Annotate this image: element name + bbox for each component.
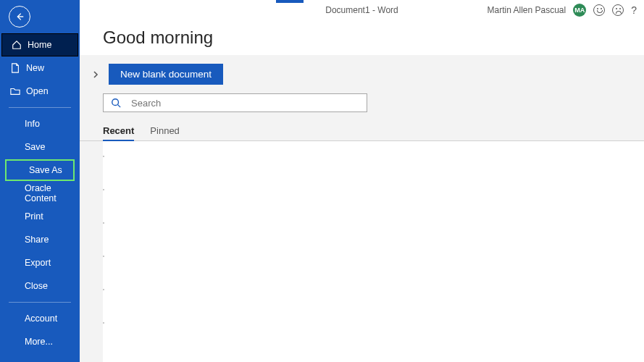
user-name[interactable]: Martin Allen Pascual (487, 5, 566, 15)
feedback-sad-icon[interactable] (612, 4, 624, 16)
sidebar-item-new[interactable]: New (0, 56, 80, 80)
sidebar-item-label: Save (25, 142, 46, 152)
sidebar-item-label: New (26, 63, 44, 73)
sidebar-item-label: Export (25, 258, 51, 268)
sidebar-item-label: Oracle Content (25, 183, 80, 203)
page-title: Good morning (80, 17, 644, 55)
sidebar-primary-nav: Home New Open (0, 33, 80, 103)
sidebar-item-label: Save As (29, 165, 62, 175)
window-title: Document1 - Word (325, 5, 398, 15)
sidebar-item-print[interactable]: Print (0, 205, 80, 228)
open-folder-icon (10, 86, 20, 96)
sidebar-item-more[interactable]: More... (0, 330, 80, 353)
sidebar-secondary-nav: Info Save Save As Oracle Content Print S… (0, 112, 80, 298)
sidebar-item-open[interactable]: Open (0, 80, 80, 103)
new-doc-icon (10, 63, 20, 73)
backstage-sidebar: Home New Open Info Save Save As Oracle (0, 0, 80, 362)
sidebar-item-label: Home (28, 40, 51, 50)
sidebar-item-label: Info (25, 119, 40, 129)
help-icon[interactable]: ? (631, 4, 637, 16)
list-tabs: Recent Pinned (80, 122, 644, 141)
sidebar-footer-nav: Account More... (0, 307, 80, 353)
expand-new-chevron[interactable] (88, 67, 103, 82)
sidebar-item-label: More... (25, 337, 53, 347)
recent-documents-list (103, 141, 644, 362)
sidebar-item-close[interactable]: Close (0, 274, 80, 298)
sidebar-item-label: Close (25, 281, 48, 291)
avatar[interactable]: MA (573, 4, 586, 17)
tab-pinned[interactable]: Pinned (150, 122, 179, 140)
list-gutter (103, 156, 106, 362)
sidebar-item-save-as[interactable]: Save As (4, 159, 75, 182)
sidebar-item-save[interactable]: Save (0, 135, 80, 159)
sidebar-item-share[interactable]: Share (0, 228, 80, 251)
search-section (80, 93, 644, 122)
sidebar-separator (9, 107, 71, 108)
search-icon (111, 98, 121, 108)
svg-point-0 (112, 99, 119, 106)
titlebar: Document1 - Word Martin Allen Pascual MA… (80, 3, 644, 17)
sidebar-item-oracle-content[interactable]: Oracle Content (0, 182, 80, 205)
feedback-smile-icon[interactable] (593, 4, 605, 16)
sidebar-item-label: Share (25, 235, 49, 245)
sidebar-item-label: Account (25, 313, 57, 324)
sidebar-separator (9, 302, 71, 303)
new-section: New blank document (80, 55, 644, 93)
sidebar-item-info[interactable]: Info (0, 112, 80, 135)
search-box[interactable] (103, 93, 367, 112)
main-panel: Document1 - Word Martin Allen Pascual MA… (80, 0, 644, 362)
sidebar-item-account[interactable]: Account (0, 307, 80, 330)
sidebar-item-export[interactable]: Export (0, 251, 80, 274)
tab-recent[interactable]: Recent (103, 122, 134, 140)
content-area: New blank document Recent Pinned (80, 55, 644, 362)
sidebar-item-home[interactable]: Home (1, 33, 78, 56)
chevron-right-icon (91, 70, 100, 79)
new-blank-document-button[interactable]: New blank document (109, 64, 223, 85)
sidebar-item-label: Print (25, 211, 43, 222)
back-button[interactable] (9, 6, 30, 28)
sidebar-item-label: Open (26, 86, 49, 96)
home-icon (12, 40, 22, 50)
search-input[interactable] (131, 98, 359, 109)
titlebar-right: Martin Allen Pascual MA ? (487, 4, 637, 17)
back-arrow-icon (14, 12, 25, 22)
